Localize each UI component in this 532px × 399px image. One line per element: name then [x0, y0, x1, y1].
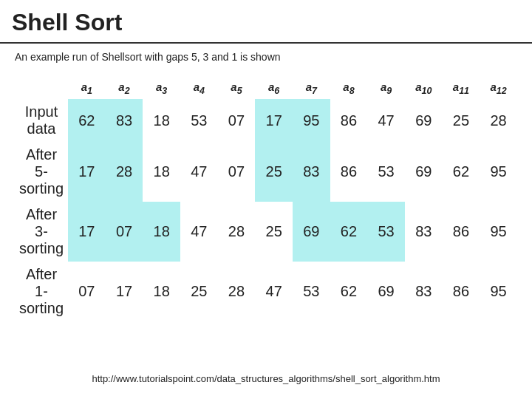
cell-r2-c8: 53 [367, 202, 405, 262]
footer-link: http://www.tutorialspoint.com/data_struc… [0, 373, 532, 384]
col-header-a8: a8 [330, 78, 368, 99]
cell-r1-c6: 83 [293, 142, 330, 202]
cell-r2-c5: 25 [255, 202, 293, 262]
cell-r3-c11: 95 [480, 262, 517, 321]
page-title: Shell Sort [12, 9, 520, 36]
cell-r2-c9: 83 [405, 202, 443, 262]
col-header-a11: a11 [443, 78, 480, 99]
cell-r0-c9: 69 [405, 99, 443, 142]
cell-r0-c8: 47 [367, 99, 405, 142]
cell-r0-c10: 25 [443, 99, 480, 142]
page-header: Shell Sort [0, 0, 532, 44]
cell-r3-c3: 25 [180, 262, 218, 321]
cell-r1-c3: 47 [180, 142, 218, 202]
cell-r2-c2: 18 [143, 202, 180, 262]
col-header-a2: a2 [106, 78, 143, 99]
cell-r2-c4: 28 [218, 202, 256, 262]
cell-r2-c7: 62 [330, 202, 368, 262]
row-label-header [15, 78, 68, 99]
cell-r1-c10: 62 [443, 142, 480, 202]
cell-r1-c1: 28 [106, 142, 143, 202]
cell-r0-c6: 95 [293, 99, 330, 142]
cell-r0-c2: 18 [143, 99, 180, 142]
cell-r1-c8: 53 [367, 142, 405, 202]
cell-r3-c1: 17 [106, 262, 143, 321]
cell-r2-c10: 86 [443, 202, 480, 262]
cell-r2-c3: 47 [180, 202, 218, 262]
cell-r1-c2: 18 [143, 142, 180, 202]
cell-r0-c7: 86 [330, 99, 368, 142]
cell-r2-c11: 95 [480, 202, 517, 262]
cell-r3-c2: 18 [143, 262, 180, 321]
cell-r3-c10: 86 [443, 262, 480, 321]
row-label-2: After 3-sorting [15, 202, 68, 262]
col-header-a9: a9 [367, 78, 405, 99]
cell-r2-c6: 69 [293, 202, 330, 262]
cell-r2-c0: 17 [68, 202, 106, 262]
cell-r0-c5: 17 [255, 99, 293, 142]
cell-r1-c7: 86 [330, 142, 368, 202]
cell-r1-c9: 69 [405, 142, 443, 202]
cell-r0-c1: 83 [106, 99, 143, 142]
table-row-3: After 1-sorting071718252847536269838695 [15, 262, 517, 321]
cell-r0-c0: 62 [68, 99, 106, 142]
table-row-0: Input data628318530717958647692528 [15, 99, 517, 142]
table-row-1: After 5-sorting172818470725838653696295 [15, 142, 517, 202]
table-container: a1a2a3a4a5a6a7a8a9a10a11a12 Input data62… [0, 78, 532, 321]
col-header-a6: a6 [255, 78, 293, 99]
column-header-row: a1a2a3a4a5a6a7a8a9a10a11a12 [15, 78, 517, 99]
col-header-a12: a12 [480, 78, 517, 99]
cell-r1-c4: 07 [218, 142, 256, 202]
col-header-a3: a3 [143, 78, 180, 99]
row-label-1: After 5-sorting [15, 142, 68, 202]
cell-r3-c0: 07 [68, 262, 106, 321]
cell-r0-c4: 07 [218, 99, 256, 142]
cell-r3-c9: 83 [405, 262, 443, 321]
col-header-a1: a1 [68, 78, 106, 99]
cell-r3-c7: 62 [330, 262, 368, 321]
cell-r1-c11: 95 [480, 142, 517, 202]
sort-table: a1a2a3a4a5a6a7a8a9a10a11a12 Input data62… [15, 78, 517, 321]
cell-r0-c3: 53 [180, 99, 218, 142]
cell-r1-c0: 17 [68, 142, 106, 202]
subtitle: An example run of Shellsort with gaps 5,… [0, 44, 532, 70]
cell-r3-c5: 47 [255, 262, 293, 321]
cell-r3-c8: 69 [367, 262, 405, 321]
col-header-a5: a5 [218, 78, 256, 99]
cell-r0-c11: 28 [480, 99, 517, 142]
col-header-a10: a10 [405, 78, 443, 99]
row-label-0: Input data [15, 99, 68, 142]
cell-r1-c5: 25 [255, 142, 293, 202]
col-header-a4: a4 [180, 78, 218, 99]
table-row-2: After 3-sorting170718472825696253838695 [15, 202, 517, 262]
cell-r3-c6: 53 [293, 262, 330, 321]
cell-r2-c1: 07 [106, 202, 143, 262]
col-header-a7: a7 [293, 78, 330, 99]
cell-r3-c4: 28 [218, 262, 256, 321]
row-label-3: After 1-sorting [15, 262, 68, 321]
